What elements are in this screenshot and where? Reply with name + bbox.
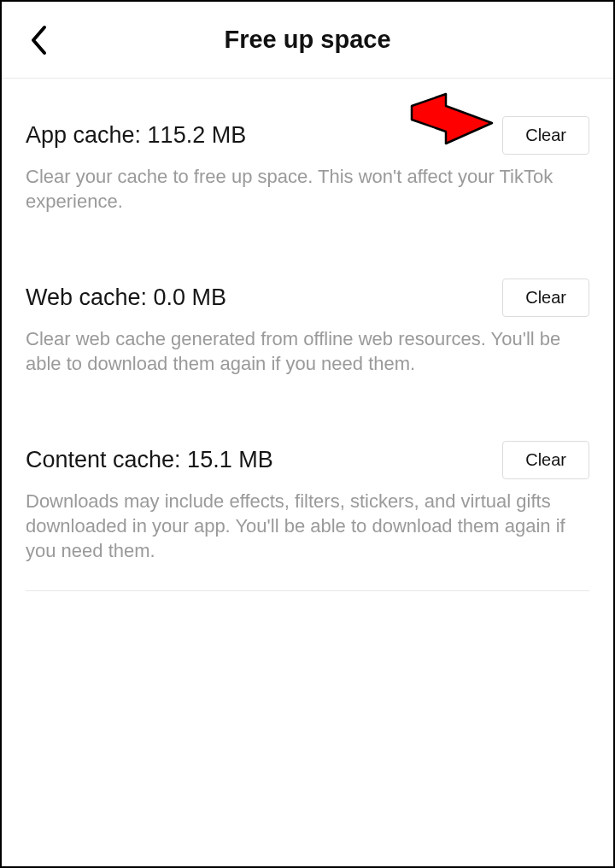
app-cache-section: App cache: 115.2 MB Clear Clear your cac…: [26, 79, 589, 241]
app-cache-title: App cache: 115.2 MB: [26, 122, 246, 149]
content-cache-row: Content cache: 15.1 MB Clear: [26, 441, 589, 479]
clear-app-cache-button[interactable]: Clear: [502, 116, 589, 155]
chevron-left-icon: [30, 25, 47, 56]
app-cache-row: App cache: 115.2 MB Clear: [26, 116, 589, 155]
page-title: Free up space: [2, 26, 613, 54]
header: Free up space: [2, 2, 613, 79]
clear-web-cache-button[interactable]: Clear: [502, 279, 589, 317]
content-area: App cache: 115.2 MB Clear Clear your cac…: [2, 79, 613, 591]
app-cache-description: Clear your cache to free up space. This …: [26, 165, 589, 214]
content-cache-description: Downloads may include effects, filters, …: [26, 490, 589, 563]
content-cache-section: Content cache: 15.1 MB Clear Downloads m…: [26, 403, 589, 591]
web-cache-section: Web cache: 0.0 MB Clear Clear web cache …: [26, 241, 589, 403]
clear-content-cache-button[interactable]: Clear: [502, 441, 589, 479]
web-cache-description: Clear web cache generated from offline w…: [26, 327, 589, 376]
content-cache-title: Content cache: 15.1 MB: [26, 447, 273, 473]
web-cache-row: Web cache: 0.0 MB Clear: [26, 279, 589, 317]
back-button[interactable]: [26, 23, 51, 57]
web-cache-title: Web cache: 0.0 MB: [26, 284, 226, 311]
